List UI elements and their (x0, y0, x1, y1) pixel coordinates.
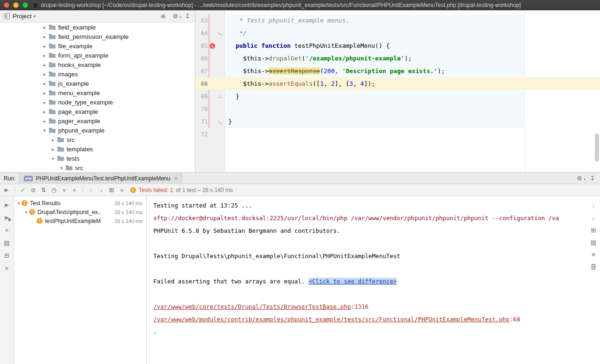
project-item-label: images (58, 71, 78, 78)
chevron-collapsed-icon[interactable]: ▸ (41, 25, 48, 30)
previous-failed-test-icon[interactable]: ↑ (87, 186, 95, 194)
project-item-node_type_example[interactable]: ▸node_type_example (0, 97, 195, 107)
editor-line-70[interactable]: 70 (195, 103, 600, 115)
chevron-collapsed-icon[interactable]: ▸ (41, 81, 48, 86)
editor-line-69[interactable]: 69 } (195, 90, 600, 103)
expand-all-icon[interactable]: ∨ (60, 186, 68, 194)
project-item-label: pager_example (58, 118, 100, 125)
editor-scrollbar[interactable] (595, 134, 599, 162)
chevron-collapsed-icon[interactable]: ▸ (41, 34, 48, 39)
minimize-toolwindow-icon[interactable]: ↧ (589, 175, 596, 182)
chevron-collapsed-icon[interactable]: ▸ (41, 119, 48, 124)
next-failed-test-icon[interactable]: ↓ (98, 186, 105, 194)
export-test-results-icon[interactable]: ⊟ (3, 252, 11, 259)
rerun-tests-icon[interactable]: ▶ (3, 186, 10, 194)
console[interactable]: Testing started at 13:25 ...sftp://docke… (147, 196, 587, 364)
editor-line-65[interactable]: 65↻ public function testPhpUnitExampleMe… (195, 39, 600, 52)
project-item-field_permission_example[interactable]: ▸field_permission_example (0, 32, 195, 41)
project-item-menu_example[interactable]: ▸menu_example (0, 88, 195, 97)
project-item-file_example[interactable]: ▸file_example (0, 41, 195, 51)
project-item-form_api_example[interactable]: ▸form_api_example (0, 51, 195, 60)
close-tab-icon[interactable]: × (174, 175, 178, 181)
locate-file-icon[interactable]: ⊕ (159, 13, 167, 20)
chevron-collapsed-icon[interactable]: ▸ (41, 72, 48, 77)
editor-line-67[interactable]: 67 $this->assertResponse(200, 'Descripti… (195, 65, 600, 77)
view-diff-link[interactable]: <Click to see difference> (308, 278, 397, 285)
collapse-all-icon[interactable]: ∧ (71, 186, 78, 194)
zoom-window-button[interactable] (22, 2, 28, 8)
chevron-expanded-icon[interactable]: ▾ (41, 128, 48, 133)
project-item-src[interactable]: ▾src (0, 163, 195, 172)
editor-line-66[interactable]: 66 $this->drupalGet('/examples/phpunit-e… (195, 52, 600, 65)
chevron-collapsed-icon[interactable]: ▸ (41, 109, 48, 114)
hide-panel-icon[interactable]: ↧ (184, 13, 191, 20)
jump-to-source-icon[interactable]: ⊞ (590, 226, 597, 234)
chevron-collapsed-icon[interactable]: ▸ (41, 90, 48, 96)
test-tree-row-0[interactable]: ▾!Test Results28 s 140 ms (14, 199, 146, 208)
file-link[interactable]: /var/www/web/modules/contrib/examples/ph… (153, 316, 510, 323)
print-console-icon[interactable]: ▤ (590, 238, 597, 246)
test-tree-row-2[interactable]: !testPhpUnitExampleM28 s 140 ms (14, 216, 146, 225)
folder-icon (49, 62, 56, 67)
chevron-expanded-icon[interactable]: ▾ (58, 165, 65, 171)
file-link[interactable]: /var/www/web/core/tests/Drupal/Tests/Bro… (153, 303, 351, 310)
prev-message-icon[interactable]: ↑ (590, 202, 597, 209)
php-file-icon: php (24, 176, 33, 181)
clear-console-icon[interactable] (590, 263, 597, 270)
show-passed-icon[interactable]: ✓ (19, 186, 27, 194)
test-tree-row-1[interactable]: ▾!Drupal\Tests\phpunit_ex..28 s 140 ms (14, 208, 146, 216)
project-item-src[interactable]: ▸src (0, 135, 195, 144)
chevron-expanded-icon[interactable]: ▾ (16, 201, 22, 206)
import-test-results-icon[interactable]: ⊞ (108, 186, 115, 194)
project-item-templates[interactable]: ▸templates (0, 144, 195, 154)
project-item-js_example[interactable]: ▸js_example (0, 79, 195, 88)
fold-marker-icon[interactable] (219, 95, 222, 98)
project-item-page_example[interactable]: ▸page_example (0, 107, 195, 116)
rerun-icon[interactable]: ▶ (3, 201, 11, 208)
project-item-images[interactable]: ▸images (0, 69, 195, 79)
project-item-phpunit_example[interactable]: ▾phpunit_example (0, 126, 195, 135)
sort-by-duration-icon[interactable]: ◷ (50, 186, 58, 194)
editor-line-63[interactable]: 63 * Tests phpunit_example menus. (195, 14, 600, 27)
minimize-window-button[interactable] (13, 2, 19, 8)
chevron-collapsed-icon[interactable]: ▸ (41, 100, 48, 105)
chevron-collapsed-icon[interactable]: ▸ (41, 53, 48, 58)
project-item-field_example[interactable]: ▸field_example (0, 22, 195, 32)
project-panel-title[interactable]: Project (13, 13, 31, 20)
editor[interactable]: 63 * Tests phpunit_example menus.64 */65… (195, 10, 600, 172)
chevron-collapsed-icon[interactable]: ▸ (50, 147, 56, 152)
run-tab[interactable]: php PHPUnitExampleMenuTest.testPhpUnitEx… (19, 173, 182, 184)
chevron-expanded-icon[interactable]: ▾ (50, 156, 56, 161)
next-message-icon[interactable]: ↓ (590, 214, 597, 222)
settings-gear-icon[interactable]: ⚙▾ (172, 13, 179, 20)
fold-marker-icon[interactable] (219, 32, 222, 35)
line-number: 65 (195, 43, 208, 49)
editor-line-71[interactable]: 71} (195, 115, 600, 128)
chevron-down-icon[interactable]: ▾ (33, 14, 36, 19)
sort-alphabetically-icon[interactable]: ⇅ (40, 186, 47, 194)
chevron-collapsed-icon[interactable]: ▸ (50, 137, 56, 142)
fold-marker-icon[interactable] (219, 120, 222, 123)
editor-line-68[interactable]: 68 $this->assertEquals([1, 2], [3, 4]); (195, 77, 600, 90)
editor-line-64[interactable]: 64 */ (195, 27, 600, 39)
editor-line-72[interactable]: 72 (195, 128, 600, 141)
rerun-failed-tests-icon[interactable]: ▶ (3, 214, 11, 221)
chevron-collapsed-icon[interactable]: ▸ (41, 44, 48, 49)
more-actions-icon[interactable]: » (118, 186, 126, 194)
show-ignored-icon[interactable]: ⊘ (30, 186, 37, 194)
folder-icon (49, 24, 56, 30)
close-icon[interactable]: × (3, 264, 11, 272)
settings-gear-icon[interactable]: ⚙▾ (576, 175, 583, 182)
status-failed-text: Tests failed: 1 (139, 187, 173, 193)
chevron-collapsed-icon[interactable]: ▸ (41, 62, 48, 67)
test-history-icon[interactable]: ▤ (3, 239, 11, 246)
chevron-expanded-icon[interactable]: ▾ (23, 210, 29, 215)
project-item-tests[interactable]: ▾tests (0, 154, 195, 163)
project-item-pager_example[interactable]: ▸pager_example (0, 116, 195, 126)
soft-wrap-icon[interactable]: ≡ (590, 251, 597, 258)
project-item-hooks_example[interactable]: ▸hooks_example (0, 60, 195, 69)
stop-icon[interactable]: ■ (3, 226, 11, 234)
close-window-button[interactable] (4, 2, 9, 8)
console-line: Failed asserting that two arrays are equ… (153, 275, 587, 288)
rerun-failed-test-gutter-icon[interactable]: ↻ (210, 43, 215, 49)
